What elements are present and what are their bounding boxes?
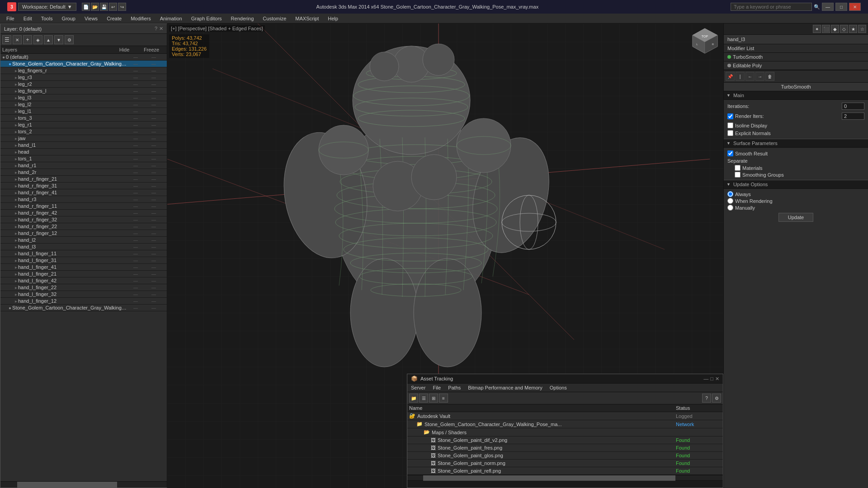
layer-item-leg_r2[interactable]: ▸ leg_r2 — — (0, 81, 167, 88)
menu-customize[interactable]: Customize (258, 15, 291, 22)
asset-menu-options[interactable]: Options (548, 385, 569, 391)
layer-item-leg_r1[interactable]: ▸ leg_r1 — — (0, 122, 167, 128)
layer-item-stone_golem[interactable]: ● Stone_Golem_Cartoon_Character_Gray_Wal… (0, 61, 167, 67)
layer-move-down-btn[interactable]: ▼ (54, 35, 63, 44)
asset-minimize-btn[interactable]: — (703, 376, 708, 382)
redo-btn[interactable]: ↪ (118, 3, 126, 11)
asset-scrollbar-h[interactable] (407, 475, 723, 480)
asset-tb-2[interactable]: ☰ (419, 394, 428, 403)
mod-left-icon[interactable]: ← (745, 72, 755, 81)
modifier-turbosmooth[interactable]: TurboSmooth (724, 53, 868, 61)
panel-icon-5[interactable]: ★ (849, 25, 857, 33)
asset-tb-help[interactable]: ? (702, 394, 711, 403)
asset-row-Stone_Golem_paint_re[interactable]: 🖼 Stone_Golem_paint_refl.png Found (407, 467, 723, 475)
layer-item-hand_r_finger_31[interactable]: ▸ hand_r_finger_31 — — (0, 183, 167, 189)
menu-rendering[interactable]: Rendering (226, 15, 259, 22)
asset-row-Stone_Golem_paint_di[interactable]: 🖼 Stone_Golem_paint_dif_v2.png Found (407, 436, 723, 444)
layer-add-btn[interactable]: + (23, 35, 32, 44)
asset-tb-1[interactable]: 📁 (409, 394, 418, 403)
layer-item-jaw[interactable]: ▸ jaw — — (0, 135, 167, 142)
open-btn[interactable]: 📂 (91, 3, 99, 11)
layer-item-hand_l1[interactable]: ▸ hand_l1 — — (0, 142, 167, 149)
layer-item-head[interactable]: ▸ head — — (0, 149, 167, 155)
mod-trash-icon[interactable]: 🗑 (765, 72, 774, 81)
layer-item-hand_r_finger_22[interactable]: ▸ hand_r_finger_22 — — (0, 223, 167, 230)
layer-item-leg_l1[interactable]: ▸ leg_l1 — — (0, 108, 167, 115)
maximize-btn[interactable]: □ (835, 3, 847, 11)
layer-item-leg_fingers_r[interactable]: ▸ leg_fingers_r — — (0, 67, 167, 74)
panel-icon-2[interactable]: ⬛ (822, 25, 830, 33)
layer-item-leg_l2[interactable]: ▸ leg_l2 — — (0, 101, 167, 108)
asset-row-Stone_Golem_Cartoon_[interactable]: 📁 Stone_Golem_Cartoon_Character_Gray_Wal… (407, 420, 723, 428)
nav-cube[interactable]: TOP L R (690, 26, 720, 56)
asset-close-btn[interactable]: ✕ (715, 376, 719, 382)
menu-views[interactable]: Views (80, 15, 102, 22)
smoothing-groups-checkbox[interactable] (735, 172, 741, 178)
close-btn[interactable]: ✕ (849, 3, 861, 11)
asset-menu-file[interactable]: File (431, 385, 443, 391)
always-radio[interactable] (727, 191, 733, 197)
layers-close-btn[interactable]: ✕ (159, 26, 163, 32)
layer-item-hand_r_finger_41[interactable]: ▸ hand_r_finger_41 — — (0, 189, 167, 196)
layer-item-stone_golem_bottom[interactable]: ● Stone_Golem_Cartoon_Character_Gray_Wal… (0, 305, 167, 311)
asset-maximize-btn[interactable]: □ (710, 376, 713, 382)
mod-pin-icon[interactable]: 📌 (726, 72, 735, 81)
layer-item-hand_r_finger_21[interactable]: ▸ hand_r_finger_21 — — (0, 176, 167, 183)
search-input[interactable] (731, 3, 812, 11)
smooth-result-checkbox[interactable] (727, 150, 733, 156)
explicit-normals-checkbox[interactable] (727, 130, 733, 136)
layer-item-hand_l_finger_22[interactable]: ▸ hand_l_finger_22 — — (0, 284, 167, 291)
menu-edit[interactable]: Edit (19, 15, 37, 22)
asset-menu-bitmap[interactable]: Bitmap Performance and Memory (466, 385, 544, 391)
layer-item-hand_l_finger_42[interactable]: ▸ hand_l_finger_42 — — (0, 277, 167, 284)
panel-icon-6[interactable]: ☆ (858, 25, 866, 33)
search-icon[interactable]: 🔍 (814, 4, 820, 10)
panel-icon-1[interactable]: ✦ (813, 25, 821, 33)
new-btn[interactable]: 📄 (82, 3, 90, 11)
modifier-editable-poly[interactable]: Editable Poly (724, 61, 868, 70)
menu-maxscript[interactable]: MAXScript (291, 15, 323, 22)
iterations-input[interactable] (842, 103, 864, 110)
layer-item-hand_l_finger_21[interactable]: ▸ hand_l_finger_21 — — (0, 271, 167, 277)
layer-item-hand_l_finger_41[interactable]: ▸ hand_l_finger_41 — — (0, 264, 167, 271)
render-iters-checkbox[interactable] (727, 113, 733, 119)
materials-checkbox[interactable] (735, 165, 741, 171)
panel-icon-3[interactable]: ◆ (831, 25, 839, 33)
layer-item-leg_fingers_l[interactable]: ▸ leg_fingers_l — — (0, 88, 167, 94)
menu-group[interactable]: Group (57, 15, 80, 22)
asset-menu-server[interactable]: Server (409, 385, 427, 391)
when-rendering-radio[interactable] (727, 198, 733, 204)
menu-graph-editors[interactable]: Graph Editors (187, 15, 226, 22)
asset-row-Stone_Golem_paint_fr[interactable]: 🖼 Stone_Golem_paint_fres.png Found (407, 444, 723, 452)
menu-tools[interactable]: Tools (37, 15, 57, 22)
isoline-checkbox[interactable] (727, 122, 733, 128)
layer-item-hand_2r[interactable]: ▸ hand_2r — — (0, 169, 167, 176)
asset-tb-4[interactable]: ≡ (439, 394, 448, 403)
render-iters-input[interactable] (842, 113, 864, 120)
layer-item-hand_r_finger_12[interactable]: ▸ hand_r_finger_12 — — (0, 230, 167, 237)
mod-pipe-icon[interactable]: | (736, 72, 745, 81)
save-btn[interactable]: 💾 (100, 3, 108, 11)
menu-create[interactable]: Create (102, 15, 126, 22)
layer-item-hand_r3[interactable]: ▸ hand_r3 — — (0, 196, 167, 203)
layer-item-hand_r_finger_42[interactable]: ▸ hand_r_finger_42 — — (0, 210, 167, 216)
minimize-btn[interactable]: — (822, 3, 834, 11)
layer-item-leg_l3[interactable]: ▸ leg_l3 — — (0, 94, 167, 101)
layer-item-tors_2[interactable]: ▸ tors_2 — — (0, 128, 167, 135)
asset-row-Stone_Golem_paint_no[interactable]: 🖼 Stone_Golem_paint_norm.png Found (407, 460, 723, 467)
menu-file[interactable]: File (2, 15, 19, 22)
layers-help-btn[interactable]: ? (155, 26, 157, 32)
asset-tb-settings[interactable]: ⚙ (712, 394, 721, 403)
asset-row-Stone_Golem_paint_gl[interactable]: 🖼 Stone_Golem_paint_glos.png Found (407, 452, 723, 460)
layer-item-hand_l_finger_31[interactable]: ▸ hand_l_finger_31 — — (0, 257, 167, 264)
menu-animation[interactable]: Animation (156, 15, 187, 22)
layer-settings-btn[interactable]: ⚙ (65, 35, 74, 44)
layer-item-hand_r_finger_32[interactable]: ▸ hand_r_finger_32 — — (0, 216, 167, 223)
layer-new-btn[interactable]: ☰ (2, 35, 11, 44)
asset-row-Maps___Shaders[interactable]: 📂 Maps / Shaders (407, 428, 723, 436)
layer-item-hand_l_finger_11[interactable]: ▸ hand_l_finger_11 — — (0, 250, 167, 257)
manually-radio[interactable] (727, 205, 733, 211)
menu-help[interactable]: Help (323, 15, 343, 22)
asset-menu-paths[interactable]: Paths (446, 385, 462, 391)
asset-tb-3[interactable]: ⊞ (429, 394, 438, 403)
